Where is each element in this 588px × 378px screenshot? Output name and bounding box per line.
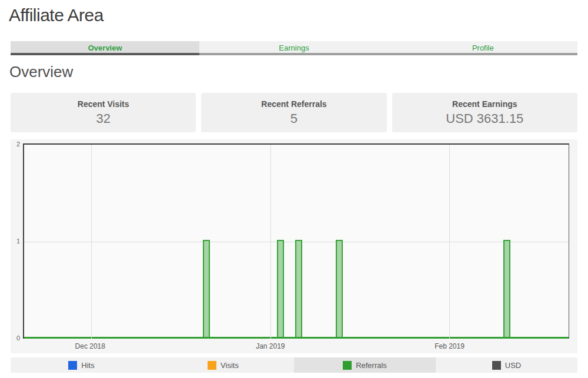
- x-axis-label: Dec 2018: [75, 342, 105, 350]
- stat-value: 32: [11, 111, 196, 126]
- page-title: Affiliate Area: [9, 5, 577, 25]
- stat-label: Recent Earnings: [392, 99, 577, 109]
- legend-swatch-icon: [208, 361, 216, 370]
- referral-bar: [503, 240, 510, 337]
- referral-bar: [203, 240, 210, 337]
- legend-label: Visits: [220, 361, 239, 370]
- stat-label: Recent Referrals: [201, 99, 386, 109]
- stat-value: USD 3631.15: [392, 111, 577, 126]
- tab-profile[interactable]: Profile: [389, 41, 577, 55]
- legend-item-visits[interactable]: Visits: [152, 357, 294, 373]
- tab-earnings[interactable]: Earnings: [199, 41, 388, 55]
- legend-swatch-icon: [492, 361, 501, 370]
- referral-bar: [295, 240, 302, 337]
- chart-plot-area: [23, 143, 569, 339]
- stat-card-recent-referrals: Recent Referrals 5: [201, 93, 386, 132]
- stat-value: 5: [201, 111, 386, 126]
- legend-item-usd[interactable]: USD: [436, 357, 577, 373]
- legend-label: Hits: [81, 361, 94, 370]
- y-tick-label: 1: [11, 237, 20, 245]
- referrals-chart: Dec 2018Jan 2019Feb 2019012: [11, 139, 577, 353]
- chart-zero-baseline: [24, 337, 569, 339]
- tab-overview[interactable]: Overview: [11, 41, 199, 55]
- y-tick-label: 0: [11, 334, 20, 342]
- stat-card-recent-visits: Recent Visits 32: [11, 93, 196, 132]
- stat-card-recent-earnings: Recent Earnings USD 3631.15: [392, 93, 577, 132]
- x-axis-label: Feb 2019: [435, 342, 465, 350]
- legend-swatch-icon: [68, 361, 77, 370]
- stat-label: Recent Visits: [11, 99, 196, 109]
- section-heading: Overview: [9, 63, 577, 81]
- legend-swatch-icon: [343, 361, 352, 370]
- referral-bar: [336, 240, 343, 337]
- referral-bar: [277, 240, 284, 337]
- chart-legend: HitsVisitsReferralsUSD: [11, 357, 577, 373]
- stats-row: Recent Visits 32 Recent Referrals 5 Rece…: [11, 93, 577, 132]
- tab-bar: Overview Earnings Profile: [11, 41, 577, 55]
- legend-item-referrals[interactable]: Referrals: [294, 357, 436, 373]
- legend-label: Referrals: [356, 361, 387, 370]
- legend-label: USD: [505, 361, 521, 370]
- y-tick-label: 2: [11, 140, 20, 148]
- x-axis-label: Jan 2019: [256, 342, 285, 350]
- legend-item-hits[interactable]: Hits: [11, 357, 152, 373]
